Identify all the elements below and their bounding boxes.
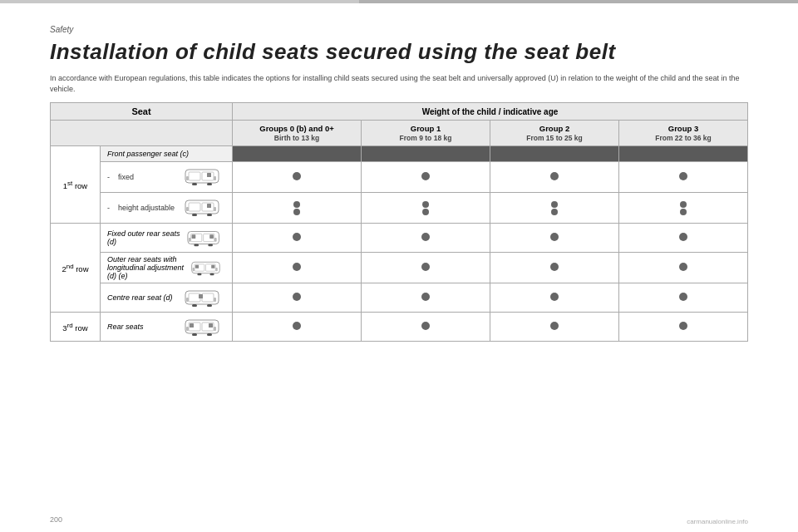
- cr-g1: [362, 283, 490, 313]
- svg-rect-47: [190, 323, 194, 328]
- fixed-g1: [362, 162, 490, 193]
- table-row-rear: 3rd row Rear seats: [51, 313, 748, 342]
- car-icon-height-adj: [184, 195, 225, 220]
- fp-g2-label: [490, 146, 619, 162]
- svg-rect-13: [207, 204, 211, 208]
- hadj-g3: [619, 193, 748, 224]
- seat-header: Seat: [51, 103, 233, 121]
- section-label: Safety: [50, 25, 748, 34]
- fo-g2: [490, 224, 619, 253]
- svg-rect-48: [209, 323, 213, 328]
- svg-rect-21: [192, 234, 196, 239]
- cr-g0: [233, 283, 362, 313]
- seat-header-2: [51, 121, 233, 146]
- svg-rect-29: [215, 268, 218, 271]
- fixed-g2: [490, 162, 619, 193]
- svg-rect-35: [189, 293, 200, 302]
- fo-g3: [619, 224, 748, 253]
- group-0-header: Groups 0 (b) and 0+ Birth to 13 kg: [233, 121, 362, 146]
- svg-rect-9: [189, 203, 200, 211]
- svg-rect-22: [209, 234, 214, 239]
- svg-rect-37: [186, 298, 189, 302]
- rs-g1: [362, 313, 490, 342]
- centre-rear-label: Centre rear seat (d): [101, 283, 233, 313]
- fixed-outer-label: Fixed outer rear seats (d): [101, 224, 233, 253]
- svg-rect-3: [186, 176, 189, 180]
- row-3-label: 3rd row: [51, 313, 101, 342]
- fp-g0-label: [233, 146, 362, 162]
- group-1-header: Group 1 From 9 to 18 kg: [362, 121, 490, 146]
- fixed-seat-label: - fixed: [101, 162, 233, 193]
- fp-g1-label: [362, 146, 490, 162]
- svg-rect-5: [207, 173, 211, 177]
- child-seats-table: Seat Weight of the child / indicative ag…: [50, 102, 748, 342]
- weight-header: Weight of the child / indicative age: [233, 103, 748, 121]
- svg-rect-45: [186, 327, 189, 331]
- svg-rect-50: [207, 333, 212, 336]
- table-row-outer-adj: Outer rear seats withlongitudinal adjust…: [51, 253, 748, 283]
- front-passenger-seat-label: Front passenger seat (c): [101, 146, 233, 162]
- table-row: 1st row Front passenger seat (c): [51, 146, 748, 162]
- oa-g2: [490, 253, 619, 283]
- fp-g3-label: [619, 146, 748, 162]
- top-bar: [0, 0, 798, 3]
- fixed-g0: [233, 162, 362, 193]
- svg-rect-49: [192, 333, 197, 336]
- svg-rect-32: [197, 273, 201, 276]
- svg-rect-30: [195, 265, 199, 268]
- svg-rect-11: [186, 207, 189, 211]
- svg-rect-36: [202, 293, 214, 302]
- svg-rect-14: [192, 214, 197, 216]
- table-row-centre: Centre rear seat (d): [51, 283, 748, 313]
- description: In accordance with European regulations,…: [50, 73, 748, 94]
- svg-rect-41: [207, 304, 212, 307]
- row-1-label: 1st row: [51, 146, 101, 224]
- table-row-fixed-outer: 2nd row Fixed outer rear seats (d): [51, 224, 748, 253]
- rs-g3: [619, 313, 748, 342]
- table-row-fixed: - fixed: [51, 162, 748, 193]
- svg-rect-7: [207, 183, 212, 185]
- fo-g1: [362, 224, 490, 253]
- watermark: carmanualonline.info: [687, 518, 748, 525]
- outer-adj-label: Outer rear seats withlongitudinal adjust…: [101, 253, 233, 283]
- hadj-g2: [490, 193, 619, 224]
- rs-g0: [233, 313, 362, 342]
- hadj-g0: [233, 193, 362, 224]
- table-row-height-adj: - height adjustable: [51, 193, 748, 224]
- group-2-header: Group 2 From 15 to 25 kg: [490, 121, 619, 146]
- cr-g3: [619, 283, 748, 313]
- fixed-g3: [619, 162, 748, 193]
- rs-g2: [490, 313, 619, 342]
- cr-g2: [490, 283, 619, 313]
- page-title: Installation of child seats secured usin…: [50, 39, 748, 65]
- svg-rect-24: [208, 244, 213, 247]
- svg-rect-15: [207, 214, 212, 216]
- height-adj-seat-label: - height adjustable: [101, 193, 233, 224]
- svg-rect-12: [214, 207, 216, 211]
- svg-rect-40: [192, 304, 197, 307]
- svg-rect-6: [192, 183, 197, 185]
- svg-rect-39: [199, 294, 203, 298]
- oa-g3: [619, 253, 748, 283]
- rear-seats-label: Rear seats: [101, 313, 233, 342]
- page: Safety Installation of child seats secur…: [0, 0, 798, 532]
- svg-rect-38: [214, 298, 216, 302]
- row-2-label: 2nd row: [51, 224, 101, 313]
- oa-g0: [233, 253, 362, 283]
- group-3-header: Group 3 From 22 to 36 kg: [619, 121, 748, 146]
- oa-g1: [362, 253, 490, 283]
- svg-rect-1: [189, 172, 200, 180]
- svg-rect-23: [194, 244, 199, 247]
- svg-rect-46: [214, 327, 216, 331]
- svg-rect-33: [210, 273, 214, 276]
- hadj-g1: [362, 193, 490, 224]
- svg-rect-31: [211, 265, 214, 268]
- svg-rect-19: [189, 238, 191, 242]
- fo-g0: [233, 224, 362, 253]
- car-icon-fixed: [184, 165, 225, 190]
- svg-rect-20: [214, 238, 217, 242]
- svg-rect-28: [193, 268, 195, 271]
- svg-rect-4: [214, 176, 216, 180]
- page-number: 200: [50, 515, 62, 524]
